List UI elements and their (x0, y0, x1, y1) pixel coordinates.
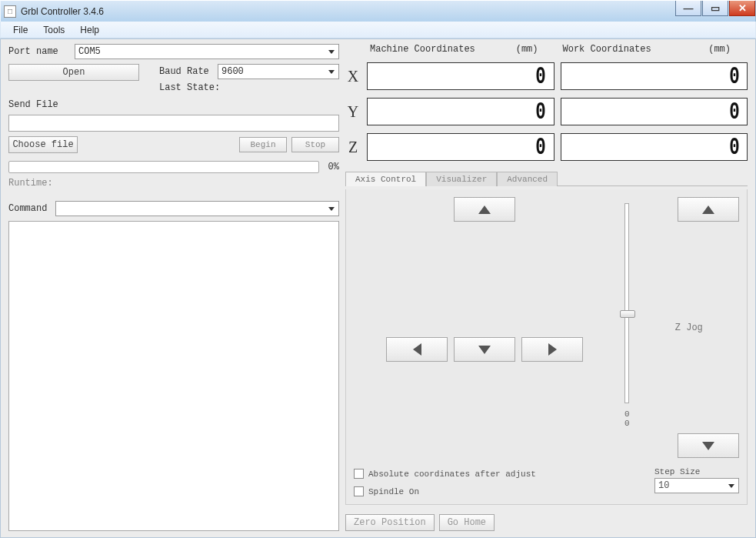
spindle-on-label: Spindle On (368, 487, 419, 496)
right-panel: Machine Coordinates (mm) Work Coordinate… (345, 44, 748, 531)
arrow-right-icon (548, 343, 557, 356)
arrow-up-icon (702, 206, 714, 214)
work-z-display: 0 (561, 133, 748, 161)
menu-tools[interactable]: Tools (35, 23, 72, 37)
console-output[interactable] (8, 221, 339, 531)
feedrate-slider-wrap: 0 0 (624, 197, 630, 458)
work-x-display: 0 (561, 62, 748, 90)
jog-x-minus-button[interactable] (386, 337, 448, 362)
coord-header: Machine Coordinates (mm) Work Coordinate… (345, 44, 748, 55)
work-y-display: 0 (561, 98, 748, 125)
feedrate-slider[interactable] (624, 203, 629, 403)
zero-position-button[interactable]: Zero Position (345, 514, 435, 531)
file-path-input[interactable] (8, 115, 339, 132)
axis-z-label: Z (345, 139, 361, 156)
step-size-select[interactable]: 10 (654, 478, 739, 493)
baud-rate-value: 9600 (221, 66, 244, 77)
menu-file[interactable]: File (5, 23, 35, 37)
command-input[interactable] (55, 201, 339, 216)
jog-z-plus-button[interactable] (678, 197, 739, 222)
app-icon: □ (4, 5, 16, 18)
arrow-up-icon (478, 206, 491, 214)
open-button[interactable]: Open (8, 64, 139, 81)
work-coord-label: Work Coordinates (563, 44, 651, 55)
axis-x-label: X (345, 68, 361, 85)
jog-z-minus-button[interactable] (678, 433, 739, 458)
tab-axis-control[interactable]: Axis Control (345, 172, 426, 186)
menubar: File Tools Help (0, 22, 756, 38)
work-coord-unit: (mm) (708, 44, 731, 55)
machine-x-display: 0 (367, 62, 555, 90)
left-panel: Port name COM5 Open Baud Rate 9600 Last … (8, 44, 339, 531)
stop-button[interactable]: Stop (291, 137, 339, 152)
command-label: Command (8, 203, 51, 214)
port-name-label: Port name (8, 46, 70, 57)
titlebar: □ Grbl Controller 3.4.6 — ▭ ✕ (0, 0, 756, 22)
jog-y-minus-button[interactable] (454, 337, 515, 362)
begin-button[interactable]: Begin (239, 137, 287, 152)
machine-coord-unit: (mm) (516, 44, 538, 55)
close-button[interactable]: ✕ (729, 1, 755, 16)
tabbar: Axis Control Visualizer Advanced (345, 172, 748, 186)
arrow-down-icon (702, 442, 714, 450)
step-size-label: Step Size (654, 467, 739, 476)
choose-file-button[interactable]: Choose file (8, 136, 78, 153)
maximize-button[interactable]: ▭ (702, 1, 728, 16)
axis-y-label: Y (345, 103, 361, 121)
z-jog-label: Z Jog (675, 322, 703, 333)
step-size-value: 10 (658, 480, 669, 491)
machine-coord-label: Machine Coordinates (370, 44, 475, 55)
window-title: Grbl Controller 3.4.6 (21, 6, 104, 17)
arrow-left-icon (413, 343, 421, 356)
absolute-coord-label: Absolute coordinates after adjust (368, 469, 536, 479)
z-jog-pad: Z Jog (639, 197, 739, 458)
minimize-button[interactable]: — (675, 1, 701, 16)
progress-bar (8, 161, 319, 173)
slider-thumb[interactable] (620, 310, 635, 318)
machine-z-display: 0 (367, 133, 555, 161)
footer-buttons: Zero Position Go Home (345, 508, 748, 531)
jog-x-plus-button[interactable] (521, 337, 583, 362)
send-file-label: Send File (8, 99, 58, 110)
tab-advanced[interactable]: Advanced (497, 172, 558, 186)
baud-rate-select[interactable]: 9600 (218, 64, 339, 79)
xy-jog-pad (354, 197, 615, 458)
last-state-label: Last State: (159, 82, 221, 93)
runtime-label: Runtime: (8, 178, 53, 189)
progress-percent: 0% (328, 162, 339, 172)
client-area: Port name COM5 Open Baud Rate 9600 Last … (0, 38, 756, 538)
arrow-down-icon (478, 346, 491, 354)
spindle-on-checkbox[interactable] (354, 486, 364, 496)
jog-y-plus-button[interactable] (454, 197, 515, 222)
slider-top-value: 0 (624, 409, 630, 419)
menu-help[interactable]: Help (72, 23, 107, 37)
slider-bottom-value: 0 (624, 419, 630, 428)
tab-visualizer[interactable]: Visualizer (426, 172, 497, 186)
go-home-button[interactable]: Go Home (439, 514, 495, 531)
port-name-select[interactable]: COM5 (75, 44, 339, 59)
port-name-value: COM5 (78, 46, 101, 57)
tab-content-axis: 0 0 Z Jog (345, 189, 748, 505)
baud-rate-label: Baud Rate (159, 66, 213, 77)
absolute-coord-checkbox[interactable] (354, 469, 364, 479)
machine-y-display: 0 (367, 98, 555, 125)
